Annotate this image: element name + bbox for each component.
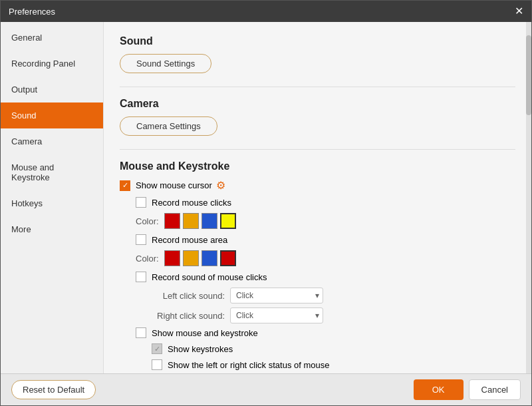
- scrollbar-thumb[interactable]: [526, 35, 531, 115]
- left-click-sound-row: Left click sound: Click ▾: [152, 288, 515, 304]
- divider-1: [120, 87, 515, 87]
- sidebar-item-sound[interactable]: Sound: [1, 102, 103, 128]
- record-sound-checkbox[interactable]: [136, 272, 146, 282]
- record-sound-label: Record sound of mouse clicks: [152, 272, 267, 282]
- sidebar-item-output[interactable]: Output: [1, 77, 103, 102]
- area-color-blue[interactable]: [201, 250, 217, 266]
- area-color-red2[interactable]: [220, 250, 236, 266]
- area-color-label: Color:: [136, 254, 159, 264]
- right-click-sound-wrapper: Click ▾: [230, 307, 323, 323]
- sidebar-item-mouse-keystroke[interactable]: Mouse and Keystroke: [1, 154, 103, 190]
- footer: Reset to Default OK Cancel: [1, 373, 531, 405]
- click-color-yellow[interactable]: [220, 213, 236, 229]
- show-mouse-cursor-checkbox[interactable]: ✓: [120, 180, 130, 191]
- sidebar-item-camera[interactable]: Camera: [1, 128, 103, 154]
- show-keystrokes-checkbox[interactable]: ✓: [152, 343, 162, 354]
- area-color-row: Color:: [136, 250, 515, 266]
- record-sound-row: Record sound of mouse clicks: [136, 272, 515, 282]
- show-click-status-label: Show the left or right click status of m…: [168, 360, 330, 370]
- record-mouse-clicks-row: Record mouse clicks: [136, 197, 515, 208]
- show-keystrokes-row: ✓ Show keystrokes: [152, 343, 515, 354]
- sidebar-item-recording-panel[interactable]: Recording Panel: [1, 51, 103, 77]
- right-click-sound-label: Right click sound:: [152, 311, 225, 321]
- sidebar-item-more[interactable]: More: [1, 216, 103, 242]
- show-mouse-cursor-row: ✓ Show mouse cursor ⚙: [120, 179, 515, 192]
- close-button[interactable]: ✕: [515, 6, 523, 17]
- gear-icon[interactable]: ⚙: [216, 179, 225, 192]
- right-click-sound-select[interactable]: Click: [230, 307, 323, 323]
- click-color-label: Color:: [136, 216, 159, 226]
- click-color-red[interactable]: [164, 213, 180, 229]
- window-title: Preferences: [9, 7, 55, 17]
- divider-2: [120, 149, 515, 150]
- main-content: General Recording Panel Output Sound Cam…: [1, 22, 531, 373]
- show-click-status-row: Show the left or right click status of m…: [152, 359, 515, 370]
- sidebar-item-general[interactable]: General: [1, 25, 103, 51]
- scrollbar-track[interactable]: [526, 22, 531, 373]
- left-click-sound-select[interactable]: Click: [230, 288, 323, 304]
- sidebar: General Recording Panel Output Sound Cam…: [1, 22, 104, 373]
- record-mouse-area-checkbox[interactable]: [136, 234, 146, 245]
- sound-settings-button[interactable]: Sound Settings: [120, 54, 211, 73]
- main-panel: Sound Sound Settings Camera Camera Setti…: [104, 22, 531, 373]
- area-color-red[interactable]: [164, 250, 180, 266]
- area-color-orange[interactable]: [183, 250, 199, 266]
- footer-buttons: OK Cancel: [414, 379, 521, 400]
- show-keystrokes-label: Show keystrokes: [168, 344, 233, 354]
- mouse-keystroke-section-title: Mouse and Keystroke: [120, 160, 515, 172]
- camera-section-title: Camera: [120, 98, 515, 110]
- left-click-sound-label: Left click sound:: [152, 291, 225, 301]
- show-mouse-keystroke-label: Show mouse and keystroke: [152, 328, 258, 338]
- cancel-button[interactable]: Cancel: [469, 379, 521, 400]
- record-mouse-clicks-label: Record mouse clicks: [152, 198, 231, 208]
- sound-section-title: Sound: [120, 35, 515, 47]
- left-click-sound-wrapper: Click ▾: [230, 288, 323, 304]
- ok-button[interactable]: OK: [414, 379, 464, 400]
- click-color-row: Color:: [136, 213, 515, 229]
- main-panel-wrapper: Sound Sound Settings Camera Camera Setti…: [104, 22, 531, 373]
- record-mouse-area-row: Record mouse area: [136, 234, 515, 245]
- click-color-orange[interactable]: [183, 213, 199, 229]
- record-mouse-clicks-checkbox[interactable]: [136, 197, 146, 208]
- sidebar-item-hotkeys[interactable]: Hotkeys: [1, 190, 103, 216]
- camera-settings-button[interactable]: Camera Settings: [120, 116, 217, 136]
- click-color-blue[interactable]: [201, 213, 217, 229]
- show-mouse-cursor-label: Show mouse cursor: [136, 180, 212, 190]
- record-mouse-area-label: Record mouse area: [152, 235, 227, 245]
- show-click-status-checkbox[interactable]: [152, 359, 162, 370]
- show-mouse-keystroke-row: Show mouse and keystroke: [136, 327, 515, 338]
- show-mouse-keystroke-checkbox[interactable]: [136, 327, 146, 338]
- title-bar: Preferences ✕: [1, 1, 531, 22]
- preferences-window: Preferences ✕ General Recording Panel Ou…: [0, 0, 532, 406]
- reset-to-default-button[interactable]: Reset to Default: [11, 380, 96, 399]
- right-click-sound-row: Right click sound: Click ▾: [152, 307, 515, 323]
